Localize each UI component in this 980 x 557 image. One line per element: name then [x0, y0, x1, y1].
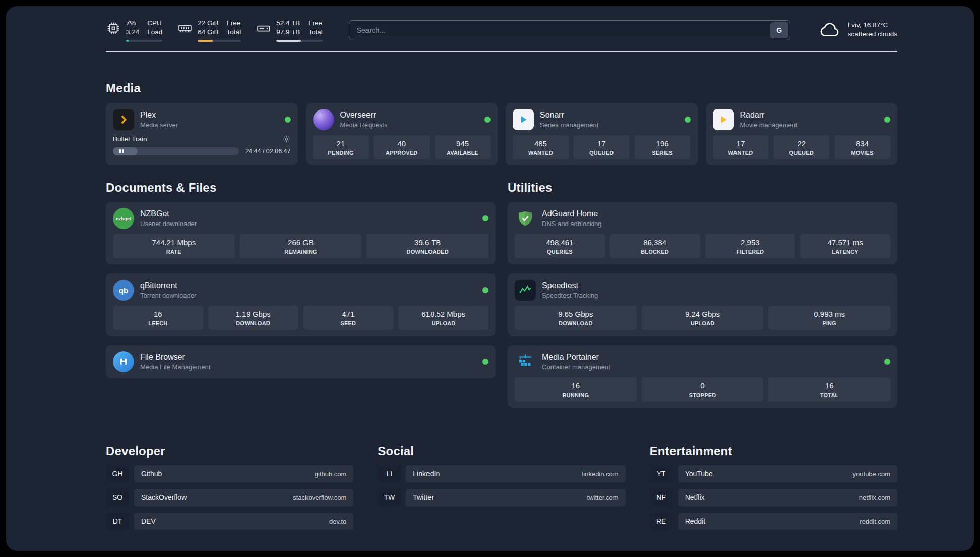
service-card-qbittorrent[interactable]: qb qBittorrent Torrent downloader 16 LEE…	[106, 273, 496, 336]
disk-label-bottom: Total	[308, 28, 323, 36]
weather-condition: scattered clouds	[848, 30, 897, 38]
service-card-sonarr[interactable]: Sonarr Series management 485 WANTED 17 Q…	[506, 103, 698, 165]
filebrowser-icon	[113, 351, 134, 372]
service-desc: Media Requests	[340, 121, 388, 129]
section-media: Media Plex Media server Bullet Train	[106, 81, 897, 165]
section-title-developer: Developer	[106, 444, 353, 458]
stat-value: 2,953	[707, 238, 793, 247]
playback-progress-fill	[113, 147, 138, 155]
bookmark-abbr: TW	[378, 489, 401, 506]
stat-label: DOWNLOAD	[210, 320, 296, 326]
stat-value: 22	[775, 139, 827, 148]
bookmark-url: github.com	[315, 470, 347, 478]
bookmark-link[interactable]: LinkedIn linkedin.com	[406, 465, 625, 482]
stat-value: 266 GB	[242, 238, 360, 247]
bookmark-name: DEV	[141, 517, 156, 525]
stat-label: PING	[770, 320, 888, 326]
service-desc: Torrent downloader	[140, 292, 196, 299]
status-dot	[285, 117, 291, 123]
service-name: Media Portainer	[542, 353, 610, 362]
stat-value: 744.21 Mbps	[115, 238, 233, 247]
stat-tile: 17 WANTED	[713, 135, 769, 159]
service-desc: Media File Management	[140, 363, 210, 371]
stat-label: QUEUED	[576, 150, 628, 156]
service-card-overseerr[interactable]: Overseerr Media Requests 21 PENDING 40 A…	[306, 103, 498, 165]
section-title-entertainment: Entertainment	[650, 444, 897, 458]
bookmark-name: LinkedIn	[413, 470, 440, 478]
service-card-plex[interactable]: Plex Media server Bullet Train	[106, 103, 298, 165]
bookmark-link[interactable]: Twitter twitter.com	[406, 489, 625, 506]
weather-location: Lviv, 16.87°C	[848, 21, 897, 29]
now-playing-title: Bullet Train	[113, 135, 147, 143]
stat-value: 485	[515, 139, 567, 148]
service-name: NZBGet	[140, 209, 197, 218]
bookmark-link[interactable]: DEV dev.to	[134, 513, 353, 530]
bookmark-abbr: SO	[106, 489, 129, 506]
stat-label: APPROVED	[376, 150, 427, 156]
stat-value: 40	[376, 139, 427, 148]
stat-label: UPLOAD	[644, 320, 762, 326]
stat-label: QUERIES	[517, 249, 603, 255]
bookmark-name: StackOverflow	[141, 493, 187, 502]
ram-metric: 22 GiB 64 GiB Free Total	[177, 19, 241, 42]
bookmark-reddit: RE Reddit reddit.com	[650, 513, 897, 530]
stat-value: 86,384	[612, 238, 698, 247]
stat-tile: 16 TOTAL	[768, 377, 890, 402]
bookmark-link[interactable]: Reddit reddit.com	[678, 513, 897, 530]
pause-icon[interactable]	[119, 149, 124, 153]
bookmark-link[interactable]: Github github.com	[134, 465, 353, 482]
gear-icon[interactable]	[282, 135, 291, 143]
stat-tile: 47.571 ms LATENCY	[800, 234, 890, 258]
disk-metric: 52.4 TB 97.9 TB Free Total	[256, 19, 323, 42]
service-card-adguard[interactable]: AdGuard Home DNS and adblocking 498,461 …	[508, 202, 897, 264]
stat-tile: 744.21 Mbps RATE	[113, 234, 235, 258]
bookmark-name: Reddit	[685, 517, 705, 525]
section-utilities: Utilities AdGuard Home	[508, 181, 897, 408]
radarr-icon	[713, 109, 734, 130]
service-card-nzbget[interactable]: nzbget NZBGet Usenet downloader 744.21 M…	[106, 202, 496, 264]
search-engine-button[interactable]: G	[770, 22, 788, 38]
status-dot	[482, 359, 488, 365]
service-card-radarr[interactable]: Radarr Movie management 17 WANTED 22 QUE…	[706, 103, 898, 165]
playback-progress-bar[interactable]	[113, 147, 239, 155]
stat-label: LATENCY	[802, 249, 888, 255]
sonarr-icon	[513, 109, 534, 130]
disk-usage-bar	[276, 40, 323, 42]
service-card-speedtest[interactable]: Speedtest Speedtest Tracking 9.65 Gbps D…	[508, 273, 897, 336]
stat-label: TOTAL	[770, 392, 888, 398]
service-card-portainer[interactable]: Media Portainer Container management 16 …	[508, 345, 897, 408]
bookmark-link[interactable]: Netflix netflix.com	[678, 489, 897, 506]
service-desc: Container management	[542, 363, 610, 371]
stat-value: 945	[437, 139, 488, 148]
stat-label: LEECH	[115, 320, 201, 326]
search-input[interactable]	[349, 20, 790, 40]
bookmark-abbr: DT	[106, 513, 129, 530]
stat-value: 471	[305, 310, 392, 318]
stat-value: 0.993 ms	[770, 310, 888, 318]
speedtest-icon	[515, 280, 536, 301]
stat-value: 17	[715, 139, 767, 148]
stat-tile: 0 STOPPED	[642, 377, 764, 402]
cpu-load-value: 3.24	[126, 28, 139, 36]
stat-tile: 22 QUEUED	[773, 135, 829, 159]
section-title-utilities: Utilities	[508, 181, 897, 195]
service-card-filebrowser[interactable]: File Browser Media File Management	[106, 345, 496, 378]
stat-value: 9.65 Gbps	[517, 310, 635, 318]
bookmark-name: Twitter	[413, 493, 434, 502]
stat-tile: 0.993 ms PING	[768, 306, 890, 330]
bookmark-netflix: NF Netflix netflix.com	[650, 489, 897, 506]
stat-tile: 40 APPROVED	[374, 135, 430, 159]
bookmark-link[interactable]: YouTube youtube.com	[678, 465, 897, 482]
bookmark-link[interactable]: StackOverflow stackoverflow.com	[134, 489, 353, 506]
stat-label: DOWNLOAD	[517, 320, 635, 326]
stat-label: PENDING	[315, 150, 367, 156]
section-title-social: Social	[378, 444, 625, 458]
stat-value: 16	[770, 381, 888, 390]
stat-tile: 834 MOVIES	[834, 135, 890, 159]
bookmark-url: twitter.com	[587, 494, 619, 502]
stat-tile: 16 RUNNING	[515, 377, 637, 402]
bookmark-url: netflix.com	[859, 494, 890, 502]
stat-label: BLOCKED	[612, 249, 698, 255]
service-name: File Browser	[140, 353, 210, 362]
stat-tile: 9.65 Gbps DOWNLOAD	[515, 306, 637, 330]
